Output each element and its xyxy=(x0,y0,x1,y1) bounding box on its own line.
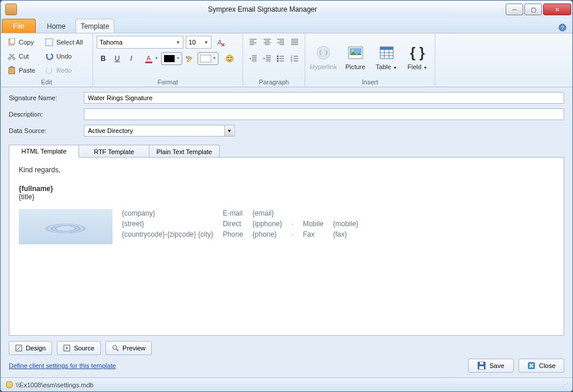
number-list-button[interactable]: 123 xyxy=(288,52,301,65)
form-area: Signature Name: Description: Data Source… xyxy=(1,87,572,141)
svg-rect-3 xyxy=(10,38,15,44)
group-paragraph-label: Paragraph xyxy=(247,77,301,86)
close-button[interactable]: Close xyxy=(519,359,564,373)
group-insert: Hyperlink Picture Table ▼ { } Field ▼ In… xyxy=(305,33,435,87)
resize-grip-icon[interactable]: ⋰ xyxy=(562,381,568,388)
font-size-select[interactable]: 10▼ xyxy=(186,36,212,49)
svg-rect-36 xyxy=(480,362,483,364)
hyperlink-label: Hyperlink xyxy=(310,63,337,70)
paste-label: Paste xyxy=(19,67,35,74)
clear-format-button[interactable]: A xyxy=(214,36,227,49)
font-color-button[interactable]: A xyxy=(142,52,160,65)
title-bar: Symprex Email Signature Manager ─ ▢ ✕ xyxy=(1,1,572,18)
view-buttons: Design Source Preview xyxy=(9,341,564,355)
sig-email-label: E-mail xyxy=(223,209,243,217)
data-source-label: Data Source: xyxy=(9,127,84,134)
source-label: Source xyxy=(74,345,94,352)
svg-rect-12 xyxy=(164,55,175,62)
select-all-icon xyxy=(45,38,54,47)
editor-greeting: Kind regards, xyxy=(19,166,554,174)
group-edit-label: Edit xyxy=(4,77,89,86)
sig-fax: {fax} xyxy=(333,230,358,238)
indent-button[interactable] xyxy=(261,52,274,65)
help-icon[interactable]: ? xyxy=(558,23,568,33)
align-justify-button[interactable] xyxy=(288,36,301,49)
picture-button[interactable]: Picture xyxy=(342,36,369,77)
svg-rect-6 xyxy=(9,67,15,74)
sig-mobile: {mobile} xyxy=(333,220,358,228)
font-select[interactable]: Tahoma▼ xyxy=(97,36,183,49)
copy-button[interactable]: Copy xyxy=(4,36,38,49)
bold-button[interactable]: B xyxy=(97,52,110,65)
redo-button[interactable]: Redo xyxy=(42,64,86,77)
svg-point-32 xyxy=(66,347,68,349)
svg-point-19 xyxy=(277,58,279,60)
background-color-button[interactable] xyxy=(197,52,219,65)
field-button[interactable]: { } Field ▼ xyxy=(404,36,431,77)
data-source-select[interactable]: Active Directory ▼ xyxy=(84,125,235,137)
paste-button[interactable]: Paste xyxy=(4,64,38,77)
database-icon xyxy=(5,381,13,389)
svg-point-15 xyxy=(226,55,233,62)
undo-button[interactable]: Undo xyxy=(42,50,86,63)
preview-view-button[interactable]: Preview xyxy=(105,341,152,355)
description-input[interactable] xyxy=(84,108,564,120)
svg-rect-29 xyxy=(380,47,393,50)
select-all-button[interactable]: Select All xyxy=(42,36,86,49)
svg-point-33 xyxy=(113,346,117,350)
svg-rect-14 xyxy=(200,55,211,62)
group-format-label: Format xyxy=(97,77,239,86)
svg-point-20 xyxy=(277,60,279,62)
picture-icon xyxy=(346,43,365,62)
tab-plain-template[interactable]: Plain Text Template xyxy=(149,145,220,158)
app-window: Symprex Email Signature Manager ─ ▢ ✕ Fi… xyxy=(0,0,573,392)
paste-icon xyxy=(7,66,16,75)
bullet-list-button[interactable] xyxy=(275,52,288,65)
tab-file[interactable]: File xyxy=(2,19,36,33)
copy-label: Copy xyxy=(19,39,34,46)
table-button[interactable]: Table ▼ xyxy=(373,36,400,77)
editor-area[interactable]: Kind regards, {fullname} {title} {compan… xyxy=(9,157,564,336)
table-label: Table xyxy=(376,63,391,70)
svg-rect-11 xyxy=(145,62,152,63)
save-button[interactable]: Save xyxy=(468,359,514,373)
redo-icon xyxy=(45,66,54,75)
align-left-button[interactable] xyxy=(247,36,260,49)
close-window-button[interactable]: ✕ xyxy=(543,4,571,15)
tab-html-template[interactable]: HTML Template xyxy=(9,145,79,158)
ribbon-tabs: File Home Template ? xyxy=(1,18,572,33)
sig-ipphone: {ipphone} xyxy=(253,220,282,228)
hyperlink-button[interactable]: Hyperlink xyxy=(309,36,338,77)
design-view-button[interactable]: Design xyxy=(9,341,52,355)
highlight-color-button[interactable] xyxy=(161,52,182,65)
outdent-button[interactable] xyxy=(247,52,260,65)
sig-street: {street} xyxy=(122,220,213,228)
close-label: Close xyxy=(539,362,555,369)
signature-name-input[interactable] xyxy=(84,92,564,104)
sig-direct-label: Direct xyxy=(223,220,243,228)
svg-point-24 xyxy=(317,46,330,59)
italic-button[interactable]: I xyxy=(125,52,138,65)
maximize-button[interactable]: ▢ xyxy=(524,4,542,15)
sig-city: {countrycode}-{zipcode} {city} xyxy=(122,230,213,238)
sig-mobile-label: Mobile xyxy=(303,220,323,228)
underline-button[interactable]: U xyxy=(111,52,124,65)
svg-rect-8 xyxy=(46,39,53,46)
svg-point-17 xyxy=(231,57,232,58)
align-right-button[interactable] xyxy=(275,36,288,49)
tab-template[interactable]: Template xyxy=(76,19,114,33)
sig-email: {email} xyxy=(253,209,282,217)
tab-rtf-template[interactable]: RTF Template xyxy=(79,145,149,158)
align-center-button[interactable] xyxy=(261,36,274,49)
copy-icon xyxy=(7,38,16,47)
client-settings-link[interactable]: Define client settings for this template xyxy=(9,362,116,369)
preview-label: Preview xyxy=(122,345,145,352)
tab-home[interactable]: Home xyxy=(37,19,76,33)
highlight-button[interactable]: ab xyxy=(183,52,196,65)
field-icon: { } xyxy=(408,43,427,62)
cut-button[interactable]: Cut xyxy=(4,50,38,63)
dropdown-arrow-icon: ▼ xyxy=(393,66,397,70)
source-view-button[interactable]: Source xyxy=(57,341,101,355)
minimize-button[interactable]: ─ xyxy=(506,4,523,15)
insert-symbol-button[interactable] xyxy=(223,52,236,65)
